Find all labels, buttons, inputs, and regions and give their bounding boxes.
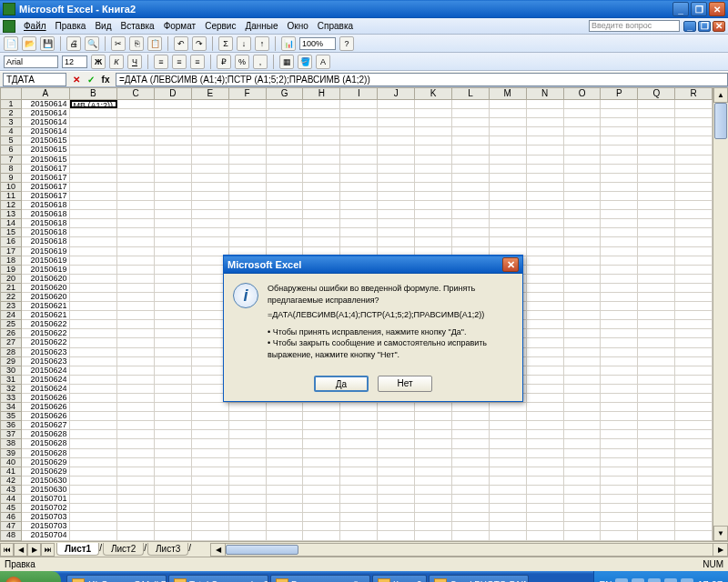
yes-button[interactable]: Да [314,376,369,392]
error-dialog: Microsoft Excel ✕ i Обнаружены ошибки во… [223,255,523,402]
dialog-overlay: Microsoft Excel ✕ i Обнаружены ошибки во… [0,0,728,582]
dialog-titlebar[interactable]: Microsoft Excel ✕ [224,256,522,274]
dialog-title: Microsoft Excel [228,259,301,270]
dialog-close-icon[interactable]: ✕ [502,257,519,272]
dialog-text: Обнаружены ошибки во введенной формуле. … [268,283,513,361]
info-icon: i [233,283,258,308]
no-button[interactable]: Нет [378,376,432,392]
